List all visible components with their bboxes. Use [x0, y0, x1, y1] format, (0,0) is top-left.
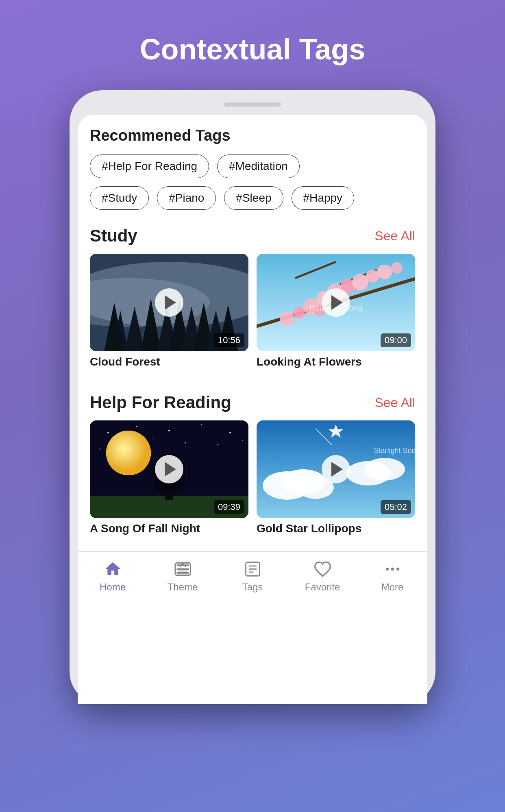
- help-reading-section: Help For Reading See All: [90, 393, 415, 543]
- svg-point-25: [366, 270, 379, 283]
- svg-point-39: [218, 444, 219, 446]
- card-gold-star[interactable]: Starlight Soda 05:02 Gold Star Lollipops: [257, 420, 415, 543]
- more-icon: [383, 560, 402, 578]
- card-fall-night[interactable]: 09:39 A Song Of Fall Night: [90, 420, 248, 543]
- svg-point-38: [100, 448, 101, 450]
- svg-point-37: [242, 440, 243, 441]
- play-looking-flowers[interactable]: [322, 288, 350, 317]
- tags-row-1: #Help For Reading #Meditation: [90, 155, 415, 178]
- svg-point-24: [352, 274, 368, 290]
- nav-item-favorite[interactable]: Favorite: [298, 560, 347, 593]
- svg-point-28: [391, 262, 403, 274]
- tag-happy[interactable]: #Happy: [292, 186, 355, 210]
- tag-sleep[interactable]: #Sleep: [224, 186, 283, 210]
- duration-fall-night: 09:39: [214, 500, 244, 514]
- card-thumbnail-cherry: Relaxing Song 09:00: [257, 254, 415, 351]
- card-thumbnail-sky: Starlight Soda 05:02: [257, 420, 415, 518]
- title-gold-star: Gold Star Lollipops: [257, 522, 415, 535]
- bottom-nav: Home Theme Tags: [78, 551, 427, 605]
- study-see-all[interactable]: See All: [374, 229, 415, 244]
- nav-label-theme: Theme: [168, 581, 198, 593]
- tag-piano[interactable]: #Piano: [157, 186, 216, 210]
- title-looking-flowers: Looking At Flowers: [257, 355, 415, 368]
- svg-point-63: [391, 568, 394, 571]
- phone-speaker: [224, 102, 281, 107]
- help-reading-see-all[interactable]: See All: [374, 395, 415, 410]
- svg-rect-57: [178, 570, 187, 573]
- nav-item-home[interactable]: Home: [88, 560, 137, 593]
- title-fall-night: A Song Of Fall Night: [90, 522, 248, 535]
- svg-point-54: [364, 458, 405, 481]
- tags-icon: [244, 560, 262, 578]
- svg-point-33: [136, 426, 137, 427]
- nav-label-tags: Tags: [242, 581, 263, 593]
- play-fall-night[interactable]: [155, 455, 183, 483]
- nav-item-theme[interactable]: Theme: [158, 560, 207, 593]
- study-cards-row: 10:56 Cloud Forest: [90, 254, 415, 377]
- svg-point-34: [168, 430, 170, 431]
- nav-item-more[interactable]: More: [368, 560, 417, 593]
- svg-point-36: [229, 432, 231, 433]
- help-reading-title: Help For Reading: [90, 393, 231, 412]
- study-title-row: Study See All: [90, 226, 415, 246]
- play-cloud-forest[interactable]: [155, 288, 183, 317]
- card-thumbnail-moon: 09:39: [90, 420, 248, 518]
- play-triangle-1: [165, 295, 176, 310]
- svg-point-40: [152, 438, 153, 439]
- tag-study[interactable]: #Study: [90, 186, 149, 210]
- nav-item-tags[interactable]: Tags: [228, 560, 277, 593]
- study-section: Study See All: [90, 226, 415, 377]
- tags-row-2: #Study #Piano #Sleep #Happy: [90, 186, 415, 210]
- phone-screen: Recommened Tags #Help For Reading #Medit…: [78, 115, 427, 704]
- nav-label-favorite: Favorite: [305, 581, 340, 593]
- nav-label-more: More: [381, 581, 404, 593]
- favorite-icon: [313, 560, 332, 578]
- card-looking-flowers[interactable]: Relaxing Song 09:00 Looking At Flowers: [257, 254, 415, 377]
- card-cloud-forest[interactable]: 10:56 Cloud Forest: [90, 254, 248, 377]
- play-triangle-4: [331, 462, 343, 477]
- phone-device: Recommened Tags #Help For Reading #Medit…: [70, 90, 435, 704]
- recommended-title: Recommened Tags: [90, 127, 415, 144]
- study-title: Study: [90, 226, 137, 246]
- duration-looking-flowers: 09:00: [381, 333, 411, 347]
- help-reading-cards-row: 09:39 A Song Of Fall Night: [90, 420, 415, 543]
- help-reading-title-row: Help For Reading See All: [90, 393, 415, 412]
- svg-point-18: [280, 311, 294, 326]
- play-gold-star[interactable]: [322, 455, 350, 483]
- title-cloud-forest: Cloud Forest: [90, 355, 248, 368]
- tag-help-reading[interactable]: #Help For Reading: [90, 155, 209, 178]
- svg-text:Starlight Soda: Starlight Soda: [374, 446, 415, 455]
- svg-point-32: [107, 432, 109, 433]
- svg-point-19: [293, 307, 305, 319]
- theme-icon: [174, 560, 192, 578]
- recommended-section: Recommened Tags #Help For Reading #Medit…: [90, 127, 415, 210]
- duration-cloud-forest: 10:56: [214, 333, 244, 347]
- tag-meditation[interactable]: #Meditation: [217, 155, 300, 178]
- svg-point-35: [201, 424, 202, 425]
- svg-point-64: [396, 568, 399, 571]
- svg-point-62: [385, 568, 389, 571]
- svg-point-43: [106, 431, 151, 475]
- duration-gold-star: 05:02: [381, 500, 411, 514]
- play-triangle-2: [331, 295, 343, 310]
- screen-content: Recommened Tags #Help For Reading #Medit…: [78, 115, 427, 547]
- svg-point-41: [185, 442, 186, 444]
- svg-point-27: [377, 265, 392, 279]
- home-icon: [104, 560, 122, 578]
- page-title: Contextual Tags: [140, 33, 366, 66]
- nav-label-home: Home: [100, 581, 126, 593]
- play-triangle-3: [165, 462, 176, 477]
- card-thumbnail-forest: 10:56: [90, 254, 248, 351]
